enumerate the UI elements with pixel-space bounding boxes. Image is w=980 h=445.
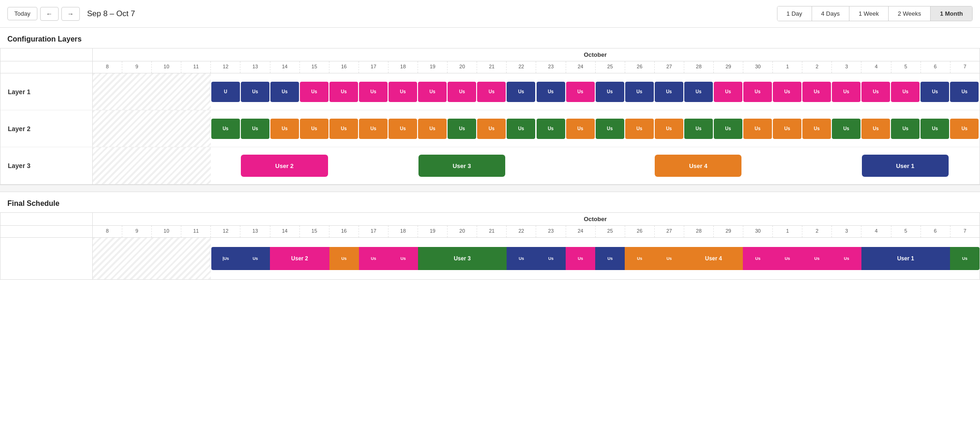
l1-chip-oct2[interactable]: Us: [802, 82, 831, 102]
view-buttons: 1 Day 4 Days 1 Week 2 Weeks 1 Month: [777, 6, 973, 21]
l2-chip-25[interactable]: Us: [596, 119, 624, 139]
header-left: Today ← → Sep 8 – Oct 7: [7, 7, 777, 21]
l1-chip-18[interactable]: Us: [388, 82, 417, 102]
l1-chip-20[interactable]: Us: [448, 82, 476, 102]
l2-chip-28[interactable]: Us: [684, 119, 713, 139]
l1-chip-22[interactable]: Us: [507, 82, 535, 102]
l1-chip-16[interactable]: Us: [329, 82, 358, 102]
l2-chip-24[interactable]: Us: [566, 119, 595, 139]
fs-30[interactable]: Us: [743, 247, 772, 270]
fs-13[interactable]: Us: [240, 247, 270, 270]
layer1-label: Layer 1: [0, 73, 93, 110]
l2-chip-21[interactable]: Us: [477, 119, 506, 139]
l2-chip-16[interactable]: Us: [329, 119, 358, 139]
date-range: Sep 8 – Oct 7: [87, 9, 135, 18]
l1-chip-oct3[interactable]: Us: [832, 82, 860, 102]
l2-chip-oct3[interactable]: Us: [832, 119, 860, 139]
l1-chip-30[interactable]: Us: [743, 82, 772, 102]
l2-chip-20[interactable]: Us: [448, 119, 476, 139]
fs-oct1[interactable]: Us: [773, 247, 802, 270]
fs-18[interactable]: Us: [388, 247, 418, 270]
l2-chip-27[interactable]: Us: [655, 119, 683, 139]
l1-chip-21[interactable]: Us: [477, 82, 506, 102]
final-section-title: Final Schedule: [0, 199, 980, 212]
layer3-label: Layer 3: [0, 147, 93, 184]
day-headers-final: 8 9 10 11 12 13 14 15 16 17 18 19 20 21 …: [93, 226, 980, 237]
config-section: Configuration Layers October 8: [0, 28, 980, 185]
fs-12[interactable]: |Us: [211, 247, 240, 270]
fs-oct2[interactable]: Us: [802, 247, 832, 270]
l1-chip-12[interactable]: U: [211, 82, 240, 102]
app-container: Today ← → Sep 8 – Oct 7 1 Day 4 Days 1 W…: [0, 0, 980, 280]
l2-chip-17[interactable]: Us: [359, 119, 388, 139]
l2-chip-15[interactable]: Us: [300, 119, 329, 139]
prev-button[interactable]: ←: [40, 7, 59, 21]
l1-chip-oct7[interactable]: Us: [950, 82, 979, 102]
fs-user3[interactable]: User 3: [418, 247, 507, 270]
view-1month[interactable]: 1 Month: [931, 6, 972, 21]
l1-chip-26[interactable]: Us: [625, 82, 654, 102]
l1-chip-29[interactable]: Us: [714, 82, 742, 102]
fs-26[interactable]: Us: [625, 247, 654, 270]
l1-chip-13[interactable]: Us: [241, 82, 269, 102]
fs-oct7[interactable]: Us: [950, 247, 980, 270]
l2-chip-22[interactable]: Us: [507, 119, 535, 139]
today-button[interactable]: Today: [7, 7, 37, 20]
l1-chip-oct6[interactable]: Us: [920, 82, 949, 102]
l2-chip-18[interactable]: Us: [388, 119, 417, 139]
l1-chip-23[interactable]: Us: [537, 82, 565, 102]
l1-chip-oct1[interactable]: Us: [773, 82, 801, 102]
l2-chip-oct1[interactable]: Us: [773, 119, 801, 139]
fs-16[interactable]: Us: [329, 247, 359, 270]
fs-27[interactable]: Us: [654, 247, 684, 270]
l3-user2-chip[interactable]: User 2: [241, 155, 328, 177]
final-row: |Us Us User 2 Us Us Us User 3 Us Us Us U…: [0, 238, 980, 279]
l1-chip-oct4[interactable]: Us: [861, 82, 890, 102]
fs-user2[interactable]: User 2: [270, 247, 329, 270]
view-2weeks[interactable]: 2 Weeks: [889, 6, 931, 21]
l2-chip-oct6[interactable]: Us: [920, 119, 949, 139]
layer1-timeline: U Us Us Us Us Us Us Us Us Us Us Us Us Us…: [93, 73, 980, 110]
l1-chip-27[interactable]: Us: [655, 82, 683, 102]
fs-24[interactable]: Us: [566, 247, 595, 270]
l1-chip-oct5[interactable]: Us: [891, 82, 920, 102]
l3-user1-chip[interactable]: User 1: [862, 155, 949, 177]
layer2-label: Layer 2: [0, 110, 93, 147]
l2-chip-19[interactable]: Us: [418, 119, 447, 139]
fs-oct3[interactable]: Us: [832, 247, 861, 270]
l2-chip-oct5[interactable]: Us: [891, 119, 920, 139]
l2-chip-23[interactable]: Us: [537, 119, 565, 139]
fs-17[interactable]: Us: [359, 247, 388, 270]
l2-chip-30[interactable]: Us: [743, 119, 772, 139]
fs-25[interactable]: Us: [595, 247, 625, 270]
fs-22[interactable]: Us: [507, 247, 536, 270]
l2-chip-29[interactable]: Us: [714, 119, 742, 139]
next-button[interactable]: →: [61, 7, 80, 21]
view-4days[interactable]: 4 Days: [812, 6, 849, 21]
fs-user4[interactable]: User 4: [684, 247, 743, 270]
l2-chip-oct2[interactable]: Us: [802, 119, 831, 139]
l1-chip-19[interactable]: Us: [418, 82, 447, 102]
l1-chip-28[interactable]: Us: [684, 82, 713, 102]
l3-user4-chip[interactable]: User 4: [655, 155, 741, 177]
l1-chip-24[interactable]: Us: [566, 82, 595, 102]
header: Today ← → Sep 8 – Oct 7 1 Day 4 Days 1 W…: [0, 0, 980, 28]
l1-chip-25[interactable]: Us: [596, 82, 624, 102]
l1-chip-15[interactable]: Us: [300, 82, 329, 102]
l2-chip-oct7[interactable]: Us: [950, 119, 979, 139]
day-headers-config: 8 9 10 11 12 13 14 15 16 17 18 19 20 21 …: [93, 61, 980, 73]
l1-chip-14[interactable]: Us: [270, 82, 299, 102]
l3-user3-chip[interactable]: User 3: [418, 155, 505, 177]
oct-label-final: October: [584, 216, 607, 222]
l2-chip-26[interactable]: Us: [625, 119, 654, 139]
l2-chip-oct4[interactable]: Us: [861, 119, 890, 139]
l2-chip-14[interactable]: Us: [270, 119, 299, 139]
view-1week[interactable]: 1 Week: [849, 6, 889, 21]
l1-chip-17[interactable]: Us: [359, 82, 388, 102]
layer3-timeline: User 2 User 3 User 4 User 1: [93, 147, 980, 184]
l2-chip-12[interactable]: Us: [211, 119, 240, 139]
fs-23[interactable]: Us: [536, 247, 566, 270]
fs-user1[interactable]: User 1: [861, 247, 950, 270]
view-1day[interactable]: 1 Day: [777, 6, 812, 21]
l2-chip-13[interactable]: Us: [241, 119, 269, 139]
